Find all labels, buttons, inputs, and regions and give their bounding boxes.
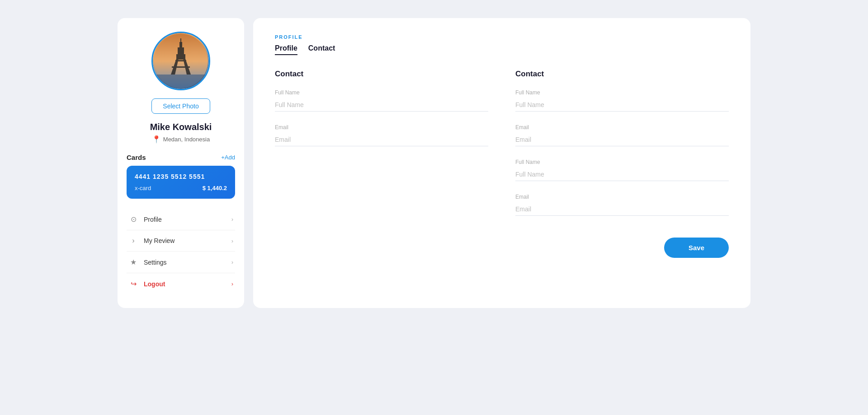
chevron-right-icon: › xyxy=(231,216,233,223)
sidebar-item-label: Profile xyxy=(144,216,226,223)
cards-label: Cards xyxy=(127,154,146,161)
sidebar-item-settings[interactable]: ★ Settings › xyxy=(127,252,235,273)
sidebar-item-profile[interactable]: ⊙ Profile › xyxy=(127,209,235,230)
user-location-text: Medan, Indonesia xyxy=(163,136,210,143)
left-col-title: Contact xyxy=(275,70,488,79)
form-group-left-name: Full Name xyxy=(275,89,488,112)
sidebar-item-label: My Review xyxy=(144,237,226,244)
sidebar-item-logout[interactable]: ↪ Logout › xyxy=(127,273,235,294)
right-col-title: Contact xyxy=(515,70,729,79)
cards-add-button[interactable]: +Add xyxy=(221,154,235,161)
sidebar-item-label: Settings xyxy=(144,259,226,266)
panel-tag: PROFILE xyxy=(275,34,729,40)
user-name: Mike Kowalski xyxy=(150,122,212,132)
select-photo-button[interactable]: Select Photo xyxy=(151,98,210,114)
star-icon: ★ xyxy=(128,258,138,266)
svg-rect-6 xyxy=(179,42,182,48)
svg-rect-9 xyxy=(175,60,186,61)
avatar-wrapper xyxy=(151,32,210,90)
right-email-1-input[interactable] xyxy=(515,133,729,146)
right-email-2-input[interactable] xyxy=(515,203,729,216)
tab-profile[interactable]: Profile xyxy=(275,44,297,55)
card-number: 4441 1235 5512 5551 xyxy=(135,173,227,180)
avatar xyxy=(153,33,209,89)
form-col-left: Contact Full Name Email xyxy=(275,70,488,228)
location-icon: 📍 xyxy=(152,135,161,144)
review-icon: › xyxy=(128,237,138,245)
svg-rect-1 xyxy=(154,75,208,88)
chevron-right-icon: › xyxy=(231,259,233,266)
form-group-right-name-1: Full Name xyxy=(515,89,729,112)
right-full-name-2-input[interactable] xyxy=(515,168,729,181)
svg-rect-5 xyxy=(178,47,184,55)
right-full-name-2-label: Full Name xyxy=(515,159,729,165)
svg-rect-8 xyxy=(172,66,190,68)
sidebar: Select Photo Mike Kowalski 📍 Medan, Indo… xyxy=(118,18,244,308)
user-location: 📍 Medan, Indonesia xyxy=(152,135,210,144)
chevron-right-icon: › xyxy=(231,280,233,287)
chevron-right-icon: › xyxy=(231,238,233,244)
card-bottom: x-card $ 1,440.2 xyxy=(135,185,227,191)
left-full-name-input[interactable] xyxy=(275,98,488,112)
card-type: x-card xyxy=(135,185,151,191)
sidebar-item-label: Logout xyxy=(144,280,226,288)
card-balance: $ 1,440.2 xyxy=(203,185,227,191)
form-group-left-email: Email xyxy=(275,124,488,146)
form-col-right: Contact Full Name Email Full Name Email xyxy=(515,70,729,228)
person-icon: ⊙ xyxy=(128,215,138,224)
form-group-right-name-2: Full Name xyxy=(515,159,729,181)
form-columns: Contact Full Name Email Contact Full Nam… xyxy=(275,70,729,228)
form-group-right-email-2: Email xyxy=(515,194,729,216)
logout-icon: ↪ xyxy=(128,280,138,288)
left-email-input[interactable] xyxy=(275,133,488,146)
nav-list: ⊙ Profile › › My Review › ★ Settings › ↪… xyxy=(127,209,235,294)
cards-header: Cards +Add xyxy=(127,154,235,161)
svg-rect-7 xyxy=(180,38,181,43)
main-panel: PROFILE Profile Contact Contact Full Nam… xyxy=(253,18,750,308)
right-email-1-label: Email xyxy=(515,124,729,131)
save-row: Save xyxy=(275,238,729,258)
tab-contact[interactable]: Contact xyxy=(308,44,335,55)
right-full-name-1-input[interactable] xyxy=(515,98,729,112)
right-email-2-label: Email xyxy=(515,194,729,200)
card-widget: 4441 1235 5512 5551 x-card $ 1,440.2 xyxy=(127,166,235,199)
panel-tabs: Profile Contact xyxy=(275,44,729,55)
left-email-label: Email xyxy=(275,124,488,131)
save-button[interactable]: Save xyxy=(664,238,729,258)
right-full-name-1-label: Full Name xyxy=(515,89,729,96)
sidebar-item-my-review[interactable]: › My Review › xyxy=(127,230,235,252)
page-wrapper: Select Photo Mike Kowalski 📍 Medan, Indo… xyxy=(118,18,750,308)
form-group-right-email-1: Email xyxy=(515,124,729,146)
left-full-name-label: Full Name xyxy=(275,89,488,96)
